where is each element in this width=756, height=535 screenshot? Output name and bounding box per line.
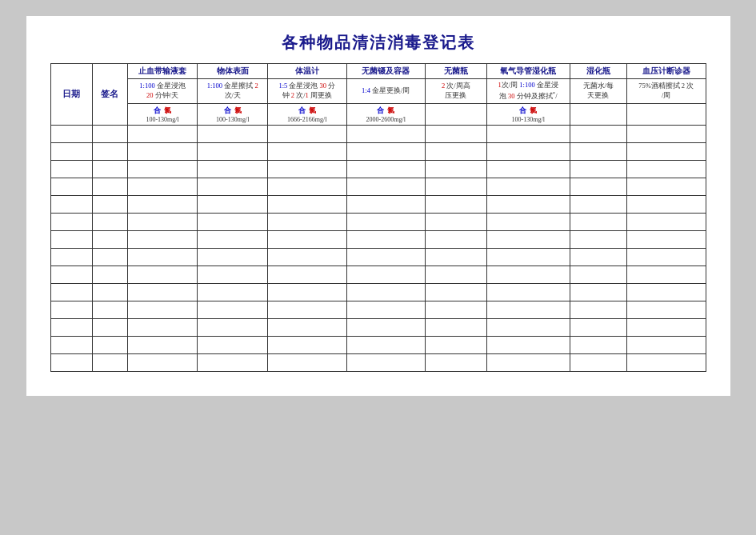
data-cell[interactable]: [50, 213, 93, 230]
data-cell[interactable]: [426, 301, 487, 318]
data-cell[interactable]: [50, 230, 93, 248]
data-cell[interactable]: [426, 195, 487, 213]
data-cell[interactable]: [267, 301, 346, 318]
data-cell[interactable]: [626, 160, 706, 178]
data-cell[interactable]: [426, 266, 487, 283]
data-cell[interactable]: [93, 248, 128, 266]
data-cell[interactable]: [626, 353, 706, 371]
data-cell[interactable]: [486, 178, 570, 195]
data-cell[interactable]: [267, 283, 346, 301]
data-cell[interactable]: [346, 178, 426, 195]
data-cell[interactable]: [267, 248, 346, 266]
data-cell[interactable]: [198, 195, 268, 213]
data-cell[interactable]: [346, 248, 426, 266]
data-cell[interactable]: [50, 125, 93, 142]
data-cell[interactable]: [93, 283, 128, 301]
data-cell[interactable]: [127, 336, 198, 353]
data-cell[interactable]: [127, 160, 198, 178]
data-cell[interactable]: [570, 336, 626, 353]
data-cell[interactable]: [346, 160, 426, 178]
data-cell[interactable]: [486, 213, 570, 230]
data-cell[interactable]: [93, 301, 128, 318]
data-cell[interactable]: [346, 336, 426, 353]
data-cell[interactable]: [486, 318, 570, 336]
data-cell[interactable]: [93, 353, 128, 371]
data-cell[interactable]: [93, 125, 128, 142]
data-cell[interactable]: [93, 195, 128, 213]
data-cell[interactable]: [426, 213, 487, 230]
data-cell[interactable]: [346, 353, 426, 371]
data-cell[interactable]: [198, 125, 268, 142]
data-cell[interactable]: [570, 318, 626, 336]
data-cell[interactable]: [198, 248, 268, 266]
data-cell[interactable]: [570, 248, 626, 266]
data-cell[interactable]: [50, 195, 93, 213]
data-cell[interactable]: [346, 283, 426, 301]
data-cell[interactable]: [626, 248, 706, 266]
data-cell[interactable]: [267, 125, 346, 142]
data-cell[interactable]: [127, 301, 198, 318]
data-cell[interactable]: [198, 160, 268, 178]
data-cell[interactable]: [198, 178, 268, 195]
data-cell[interactable]: [127, 318, 198, 336]
data-cell[interactable]: [50, 336, 93, 353]
data-cell[interactable]: [93, 160, 128, 178]
data-cell[interactable]: [570, 125, 626, 142]
data-cell[interactable]: [346, 125, 426, 142]
data-cell[interactable]: [426, 283, 487, 301]
data-cell[interactable]: [486, 336, 570, 353]
data-cell[interactable]: [426, 160, 487, 178]
data-cell[interactable]: [486, 125, 570, 142]
data-cell[interactable]: [198, 266, 268, 283]
data-cell[interactable]: [486, 353, 570, 371]
data-cell[interactable]: [570, 301, 626, 318]
data-cell[interactable]: [127, 178, 198, 195]
data-cell[interactable]: [267, 336, 346, 353]
data-cell[interactable]: [93, 142, 128, 160]
data-cell[interactable]: [486, 160, 570, 178]
data-cell[interactable]: [50, 178, 93, 195]
data-cell[interactable]: [198, 336, 268, 353]
data-cell[interactable]: [626, 195, 706, 213]
data-cell[interactable]: [50, 318, 93, 336]
data-cell[interactable]: [570, 266, 626, 283]
data-cell[interactable]: [426, 353, 487, 371]
data-cell[interactable]: [570, 353, 626, 371]
data-cell[interactable]: [426, 336, 487, 353]
data-cell[interactable]: [127, 248, 198, 266]
data-cell[interactable]: [426, 178, 487, 195]
data-cell[interactable]: [486, 248, 570, 266]
data-cell[interactable]: [626, 301, 706, 318]
data-cell[interactable]: [50, 160, 93, 178]
data-cell[interactable]: [198, 353, 268, 371]
data-cell[interactable]: [626, 318, 706, 336]
data-cell[interactable]: [570, 160, 626, 178]
data-cell[interactable]: [626, 266, 706, 283]
data-cell[interactable]: [50, 248, 93, 266]
data-cell[interactable]: [486, 195, 570, 213]
data-cell[interactable]: [93, 230, 128, 248]
data-cell[interactable]: [346, 301, 426, 318]
data-cell[interactable]: [93, 178, 128, 195]
data-cell[interactable]: [93, 266, 128, 283]
data-cell[interactable]: [127, 283, 198, 301]
data-cell[interactable]: [127, 125, 198, 142]
data-cell[interactable]: [626, 213, 706, 230]
data-cell[interactable]: [486, 301, 570, 318]
data-cell[interactable]: [626, 283, 706, 301]
data-cell[interactable]: [127, 142, 198, 160]
data-cell[interactable]: [486, 230, 570, 248]
data-cell[interactable]: [198, 142, 268, 160]
data-cell[interactable]: [267, 160, 346, 178]
data-cell[interactable]: [50, 283, 93, 301]
data-cell[interactable]: [486, 142, 570, 160]
data-cell[interactable]: [127, 213, 198, 230]
data-cell[interactable]: [267, 142, 346, 160]
data-cell[interactable]: [346, 195, 426, 213]
data-cell[interactable]: [626, 142, 706, 160]
data-cell[interactable]: [127, 230, 198, 248]
data-cell[interactable]: [127, 195, 198, 213]
data-cell[interactable]: [198, 301, 268, 318]
data-cell[interactable]: [198, 318, 268, 336]
data-cell[interactable]: [267, 230, 346, 248]
